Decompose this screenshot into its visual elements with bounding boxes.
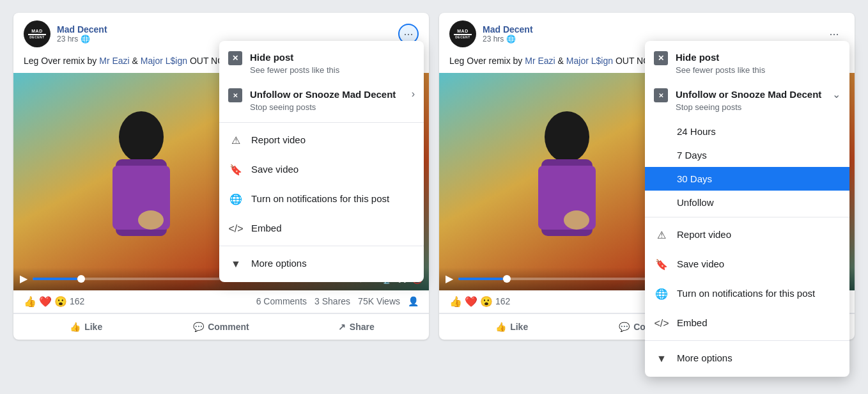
comment-button-left[interactable]: 💬 Comment [153,317,288,337]
unfollow-title-left: Unfollow or Snooze Mad Decent [250,88,404,101]
notifications-icon-right: 🌐 [654,287,669,302]
report-icon-left: ⚠ [228,133,244,148]
menu-more-left[interactable]: ▼ More options [219,249,424,278]
menu-save-right[interactable]: 🔖 Save video [645,249,849,279]
arrow-icon-left: › [412,88,415,100]
avatar-left[interactable]: MAD DECENT [24,20,50,47]
link-mr-eazi-right[interactable]: Mr Eazi [525,56,555,66]
like-button-right[interactable]: 👍 Like [444,317,579,337]
avatar-right[interactable]: MAD DECENT [449,20,476,47]
author-name-right[interactable]: Mad Decent [483,24,533,35]
post-time-right: 23 hrs 🌐 [483,35,533,43]
svg-point-11 [564,210,589,230]
shares-count-left[interactable]: 3 Shares [314,296,350,306]
embed-icon-right: </> [654,316,669,331]
link-major-lazor-right[interactable]: Major L$ign [566,56,613,66]
post-time-left: 23 hrs 🌐 [57,35,107,43]
post-left: MAD DECENT Mad Decent 23 hrs 🌐 ··· Leg O… [13,13,429,340]
unfollow-title-right: Unfollow or Snooze Mad Decent [676,88,825,101]
play-button-right[interactable]: ▶ [446,272,453,285]
author-info-left: MAD DECENT Mad Decent 23 hrs 🌐 [24,20,107,47]
reactions-right: 👍 ❤️ 😮 162 [449,296,510,308]
comment-icon-right: 💬 [619,322,630,332]
svg-point-8 [545,111,589,162]
save-icon-right: 🔖 [654,257,669,272]
chevron-down-icon-right: ⌄ [832,88,841,100]
author-info-right: MAD DECENT Mad Decent 23 hrs 🌐 [449,20,533,47]
divider-1-left [219,122,424,123]
menu-save-left[interactable]: 🔖 Save video [219,155,424,184]
love-emoji-right: ❤️ [465,296,477,308]
post-meta-left: Mad Decent 23 hrs 🌐 [57,24,107,43]
author-name-left[interactable]: Mad Decent [57,24,107,35]
avatar-small-left: 👤 [408,296,419,306]
share-button-left[interactable]: ↗ Share [289,317,424,337]
post-stats-right-left: 6 Comments 3 Shares 75K Views 👤 [256,296,419,306]
hide-post-sub-left: See fewer posts like this [250,65,415,76]
reaction-count-right: 162 [495,296,510,306]
like-emoji-left: 👍 [24,296,36,308]
divider-2-left [219,246,424,246]
link-major-lazor-left[interactable]: Major L$ign [141,56,187,66]
menu-hide-post-left[interactable]: ✕ Hide post See fewer posts like this [219,45,424,82]
unfollow-icon-left: ✕ [228,88,242,102]
notifications-icon-left: 🌐 [228,192,244,207]
hide-post-title-left: Hide post [250,51,415,64]
menu-unfollow-left[interactable]: ✕ Unfollow or Snooze Mad Decent Stop see… [219,82,424,119]
link-mr-eazi-left[interactable]: Mr Eazi [99,56,129,66]
menu-report-left[interactable]: ⚠ Report video [219,125,424,155]
x-icon-left: ✕ [228,51,242,65]
save-icon-left: 🔖 [228,162,244,178]
share-icon-left: ↗ [338,322,346,332]
globe-icon-right: 🌐 [506,35,516,43]
menu-report-right[interactable]: ⚠ Report video [645,220,849,249]
hide-post-sub-right: See fewer posts like this [676,65,841,76]
report-icon-right: ⚠ [654,228,669,243]
post-right: MAD DECENT Mad Decent 23 hrs 🌐 ··· Leg O… [439,13,855,340]
menu-unfollow-right[interactable]: ✕ Unfollow or Snooze Mad Decent Stop see… [645,82,849,119]
hide-post-title-right: Hide post [676,51,841,64]
dropdown-menu-left: ✕ Hide post See fewer posts like this ✕ … [219,41,424,282]
wow-emoji-right: 😮 [480,296,493,308]
more-icon-left: ▼ [228,256,244,272]
unfollow-sub-left: Stop seeing posts [250,102,404,113]
menu-embed-left[interactable]: </> Embed [219,214,424,243]
divider-1-right [645,217,849,217]
menu-notifications-left[interactable]: 🌐 Turn on notifications for this post [219,184,424,214]
post-stats-left: 👍 ❤️ 😮 162 6 Comments 3 Shares 75K Views… [13,290,429,313]
post-actions-left: 👍 Like 💬 Comment ↗ Share [13,313,429,340]
unfollow-option[interactable]: Unfollow [645,191,849,214]
wow-emoji-left: 😮 [54,296,67,308]
svg-point-1 [119,111,164,162]
comments-count-left[interactable]: 6 Comments [256,296,307,306]
like-button-left[interactable]: 👍 Like [19,317,153,337]
snooze-30d[interactable]: 30 Days [645,167,849,191]
comment-icon-left: 💬 [193,322,204,332]
like-icon-right: 👍 [495,322,506,332]
menu-notifications-right[interactable]: 🌐 Turn on notifications for this post [645,279,849,308]
embed-icon-left: </> [228,221,244,237]
menu-more-right[interactable]: ▼ More options [645,343,849,373]
svg-point-4 [138,210,164,230]
reactions-left: 👍 ❤️ 😮 162 [24,296,84,308]
love-emoji-left: ❤️ [39,296,52,308]
menu-hide-post-right[interactable]: ✕ Hide post See fewer posts like this [645,45,849,82]
snooze-7d[interactable]: 7 Days [645,143,849,167]
unfollow-sub-right: Stop seeing posts [676,102,825,113]
reaction-count-left: 162 [70,296,84,306]
post-meta-right: Mad Decent 23 hrs 🌐 [483,24,533,43]
globe-icon-left: 🌐 [81,35,90,43]
divider-2-right [645,340,849,341]
snooze-24h[interactable]: 24 Hours [645,120,849,143]
views-count-left[interactable]: 75K Views [358,296,400,306]
more-icon-right: ▼ [654,351,669,366]
play-button-left[interactable]: ▶ [20,272,27,285]
menu-embed-right[interactable]: </> Embed [645,308,849,338]
dropdown-menu-right: ✕ Hide post See fewer posts like this ✕ … [645,41,849,377]
unfollow-icon-right: ✕ [654,88,668,102]
x-icon-right: ✕ [654,51,668,65]
like-emoji-right: 👍 [449,296,462,308]
like-icon-left: 👍 [70,322,81,332]
